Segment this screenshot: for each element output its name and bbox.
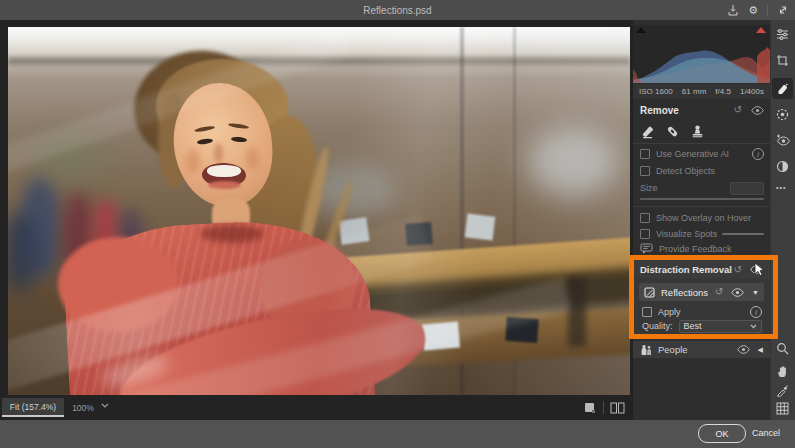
provide-feedback-label: Provide Feedback	[659, 244, 732, 254]
quality-chevron-down-icon	[750, 324, 757, 329]
size-slider[interactable]	[640, 198, 764, 200]
exif-iso: ISO 1600	[639, 87, 673, 96]
people-row[interactable]: People ◀	[633, 341, 770, 358]
use-generative-ai-label: Use Generative AI	[656, 149, 729, 159]
photo-background-person	[8, 212, 37, 292]
detect-objects-checkbox[interactable]	[640, 166, 650, 176]
use-generative-ai-checkbox[interactable]	[640, 149, 650, 159]
footer-bar	[0, 420, 795, 448]
people-icon	[640, 344, 652, 356]
cancel-button[interactable]: Cancel	[752, 424, 780, 441]
title-bar: Reflections.psd ⚙	[0, 0, 795, 20]
reflections-reset-icon[interactable]: ↺	[715, 287, 723, 297]
visualize-spots-row: Visualize Spots	[640, 228, 764, 240]
clone-stamp-tool-icon[interactable]	[690, 124, 705, 139]
distraction-reset-icon[interactable]: ↺	[734, 265, 742, 275]
ok-button[interactable]: OK	[698, 424, 746, 443]
preview-toggle-icon[interactable]	[584, 402, 596, 414]
photo-bokeh-window	[528, 127, 618, 197]
preferences-gear-icon[interactable]: ⚙	[748, 5, 758, 16]
remove-visibility-eye-icon[interactable]	[751, 106, 764, 115]
reflections-visibility-eye-icon[interactable]	[731, 288, 744, 297]
quality-dropdown[interactable]: Best	[679, 320, 762, 333]
photo-canvas[interactable]	[8, 27, 630, 395]
document-title: Reflections.psd	[363, 5, 431, 16]
remove-panel-title: Remove	[640, 105, 679, 116]
visualize-spots-checkbox[interactable]	[640, 229, 650, 239]
apply-checkbox[interactable]	[642, 307, 652, 317]
show-overlay-checkbox[interactable]	[640, 213, 650, 223]
people-visibility-eye-icon[interactable]	[737, 345, 750, 354]
exif-aperture: f/4.5	[715, 87, 731, 96]
show-overlay-label: Show Overlay on Hover	[656, 213, 751, 223]
remove-panel-header: Remove ↺	[640, 103, 764, 117]
detect-objects-label: Detect Objects	[656, 166, 715, 176]
edit-adjustments-tool-icon[interactable]	[776, 28, 789, 41]
masking-tool-icon[interactable]	[776, 108, 789, 121]
eraser-tool-icon[interactable]	[640, 124, 655, 139]
exif-strip: ISO 1600 61 mm f/4.5 1/400s	[633, 84, 770, 99]
more-tools-icon[interactable]: •••	[776, 184, 786, 191]
red-eye-tool-icon[interactable]	[776, 134, 790, 146]
reflections-icon	[644, 287, 655, 298]
feedback-bubble-icon	[640, 243, 653, 254]
grid-overlay-icon[interactable]	[776, 402, 789, 415]
highlight-clipping-indicator[interactable]	[756, 27, 766, 33]
quality-row: Quality: Best	[642, 319, 762, 333]
zoom-100-label: 100%	[72, 403, 94, 413]
remove-tools-row	[640, 124, 705, 139]
reflections-row[interactable]: Reflections ↺ ▼	[639, 283, 764, 301]
reflections-collapse-icon[interactable]: ▼	[752, 289, 759, 296]
photo-woman-lip	[208, 181, 241, 189]
before-after-view-icon[interactable]	[610, 402, 625, 414]
photo-woman-collar-shadow	[200, 225, 264, 243]
zoom-level-chevron-icon[interactable]	[101, 403, 109, 409]
quality-value: Best	[684, 321, 702, 331]
size-label: Size	[640, 183, 658, 193]
quality-label: Quality:	[642, 321, 673, 331]
white-balance-eyedropper-icon[interactable]	[776, 384, 789, 397]
save-image-icon[interactable]	[727, 4, 739, 16]
histogram	[633, 25, 770, 83]
presets-tool-icon[interactable]	[776, 160, 789, 173]
use-generative-ai-row: Use Generative AI i	[640, 148, 764, 160]
exif-focal-length: 61 mm	[682, 87, 706, 96]
shadow-clipping-indicator[interactable]	[636, 27, 646, 33]
remove-tool-icon[interactable]	[776, 82, 789, 95]
generative-ai-info-icon[interactable]: i	[752, 148, 764, 160]
zoom-100-tab[interactable]: 100%	[66, 398, 100, 417]
apply-label: Apply	[658, 307, 681, 317]
healing-brush-tool-icon[interactable]	[665, 124, 680, 139]
panel-divider	[633, 143, 770, 144]
distraction-removal-header[interactable]: Distraction Removal ↺	[633, 261, 770, 278]
photo-stool	[568, 277, 586, 347]
zoom-fit-tab[interactable]: Fit (157.4%)	[2, 398, 64, 417]
crop-tool-icon[interactable]	[776, 54, 789, 67]
photo-woman-cheek	[186, 149, 200, 173]
exif-shutter: 1/400s	[740, 87, 764, 96]
provide-feedback-button[interactable]: Provide Feedback	[640, 242, 764, 255]
reflections-label: Reflections	[661, 287, 708, 298]
people-label: People	[658, 344, 688, 355]
apply-info-icon[interactable]: i	[750, 306, 762, 318]
show-overlay-row: Show Overlay on Hover	[640, 212, 764, 224]
distraction-removal-title: Distraction Removal	[640, 264, 732, 275]
camera-raw-dialog: Reflections.psd ⚙	[0, 0, 795, 448]
size-row: Size	[640, 182, 764, 194]
photo-woman-nose-shadow	[214, 143, 223, 163]
photo-woman-teeth	[207, 165, 241, 177]
panel-divider	[633, 206, 770, 207]
remove-reset-icon[interactable]: ↺	[734, 105, 742, 115]
cancel-button-label: Cancel	[752, 428, 780, 438]
people-expand-icon[interactable]: ◀	[758, 346, 763, 353]
photo-woman-cheek	[246, 147, 259, 169]
visualize-spots-slider[interactable]	[722, 233, 764, 235]
zoom-fit-label: Fit (157.4%)	[10, 402, 56, 412]
mouse-cursor	[754, 262, 765, 277]
preview-divider	[603, 401, 604, 414]
size-value-field[interactable]	[730, 182, 764, 195]
apply-row: Apply i	[642, 306, 762, 318]
zoom-tool-icon[interactable]	[776, 342, 789, 355]
fullscreen-toggle-icon[interactable]	[777, 4, 789, 16]
hand-tool-icon[interactable]	[776, 364, 789, 378]
